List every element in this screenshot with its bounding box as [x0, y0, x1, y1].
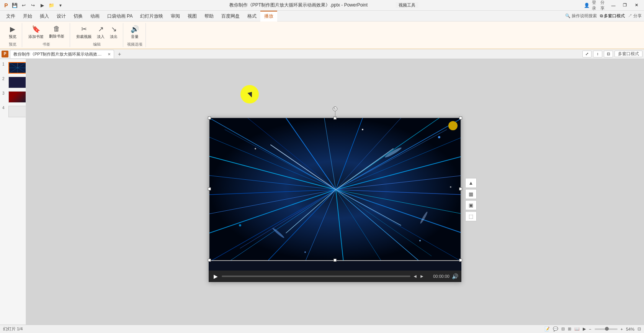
volume-btn[interactable]: 🔊 音量	[128, 23, 141, 41]
trim-video-btn[interactable]: ✂ 剪裁视频	[74, 23, 94, 41]
comments-btn[interactable]: 💬	[553, 326, 558, 331]
tab-review[interactable]: 审阅	[167, 11, 184, 21]
powerpoint-icon: P	[3, 2, 9, 8]
handle-top-left[interactable]	[208, 116, 211, 120]
svg-point-47	[255, 148, 256, 149]
document-tab[interactable]: 教你制作《PPT制作图片放大循环展示动画效果》.pptx ✕	[10, 50, 114, 58]
svg-point-50	[362, 129, 363, 130]
handle-mid-right[interactable]	[459, 187, 462, 190]
audio-group-label: 视频选项	[127, 42, 142, 47]
slide-preview-3[interactable]	[8, 91, 26, 103]
tab-transitions[interactable]: 切换	[70, 11, 87, 21]
next-frame-btn[interactable]: ►	[420, 274, 424, 279]
normal-view-btn[interactable]: ⊟	[561, 326, 565, 331]
tab-animations[interactable]: 动画	[87, 11, 103, 21]
zoom-out-btn[interactable]: −	[589, 327, 591, 331]
prev-frame-btn[interactable]: ◄	[413, 274, 417, 279]
multi-mode-tab-btn[interactable]: 多窗口模式	[615, 51, 642, 57]
share-btn[interactable]: 分享	[600, 2, 606, 8]
qa-redo[interactable]: ↪	[29, 2, 37, 9]
slide-sorter-btn[interactable]: ⊞	[568, 326, 571, 331]
handle-mid-left[interactable]	[208, 187, 211, 190]
canvas-area[interactable]: ↻ ▶ ◄ ► 00:00:00 🔊 ▲ ▦ ▣ ⬚	[26, 59, 644, 325]
remove-bookmark-btn[interactable]: 🗑 删除书签	[47, 23, 67, 41]
handle-bottom-right[interactable]	[459, 259, 462, 262]
tab-slideshow[interactable]: 幻灯片放映	[136, 11, 167, 21]
slide-preview-1[interactable]	[8, 62, 26, 74]
ribbon-commands: ▶ 预览 预览 🔖 添加书签 🗑 删除书签 书签 ✂ 剪裁视频 ↗	[0, 21, 644, 49]
video-container[interactable]: ↻	[209, 117, 461, 261]
rotate-handle[interactable]: ↻	[333, 107, 337, 111]
add-tab-btn[interactable]: +	[116, 50, 123, 58]
ribbon-group-edit: ✂ 剪裁视频 ↗ 淡入 ↘ 淡出 编辑	[71, 23, 123, 47]
slide-canvas[interactable]: ↻ ▶ ◄ ► 00:00:00 🔊 ▲ ▦ ▣ ⬚	[209, 117, 461, 282]
video-highlight-dot	[448, 121, 458, 130]
slide-preview-4[interactable]	[8, 106, 26, 117]
tab-pa[interactable]: 口袋动画 PA	[103, 11, 136, 21]
fit-page-btn[interactable]: ⊡	[637, 326, 641, 331]
ribbon-group-audiooptions: 🔊 音量 视频选项	[124, 23, 146, 47]
tab-file[interactable]: 文件	[2, 11, 19, 21]
notes-btn[interactable]: 📝	[544, 326, 550, 331]
video-tools-label: 视频工具	[396, 2, 418, 8]
reading-view-btn[interactable]: 📖	[574, 326, 580, 331]
cursor-arrow	[247, 92, 253, 98]
tab-home[interactable]: 开始	[19, 11, 36, 21]
slideshow-btn[interactable]: ▶	[583, 326, 586, 331]
search-operations[interactable]: 🔍 操作说明搜索	[565, 13, 597, 19]
user-icon[interactable]: 👤	[584, 2, 590, 8]
float-btn-2[interactable]: ▦	[465, 189, 477, 199]
video-volume-btn[interactable]: 🔊	[452, 273, 458, 279]
qa-present[interactable]: ▶	[38, 2, 46, 9]
handle-top-right[interactable]	[459, 116, 462, 120]
handle-bottom-left[interactable]	[208, 259, 211, 262]
tab-design[interactable]: 设计	[53, 11, 70, 21]
slide-thumb-3[interactable]: 3	[2, 90, 24, 103]
title-bar: P 💾 ↩ ↪ ▶ 📁 ▾ 教你制作《PPT制作图片放大循环展示动画效果》.pp…	[0, 0, 644, 11]
tab-help[interactable]: 帮助	[201, 11, 217, 21]
zoom-slider[interactable]	[595, 328, 618, 330]
slide-thumb-4[interactable]: 4	[2, 105, 24, 118]
fade-in-btn[interactable]: ↗ 淡入	[95, 23, 107, 41]
maximize-btn[interactable]: ❐	[620, 2, 629, 9]
fade-out-btn[interactable]: ↘ 淡出	[108, 23, 120, 41]
slide-preview-2[interactable]	[8, 77, 26, 88]
video-play-btn[interactable]: ▶	[212, 272, 219, 280]
zoom-in-btn[interactable]: +	[621, 327, 623, 331]
multi-mode-btn[interactable]: ⧉ 多窗口模式	[600, 13, 625, 19]
slide-info: 幻灯片 1/4	[3, 326, 23, 332]
preview-btn[interactable]: ▶ 预览	[7, 23, 19, 41]
tab-view[interactable]: 视图	[184, 11, 201, 21]
qa-more[interactable]: ▾	[57, 2, 64, 9]
share-ribbon-btn[interactable]: ↗ 分享	[628, 13, 642, 19]
qa-open[interactable]: 📁	[47, 2, 55, 9]
minimize-btn[interactable]: —	[609, 2, 618, 9]
fade-out-icon: ↘	[111, 25, 117, 33]
close-btn[interactable]: ✕	[632, 2, 641, 9]
float-btn-4[interactable]: ⬚	[465, 211, 477, 221]
slide-thumb-2[interactable]: 2	[2, 76, 24, 89]
tab-bar: P 教你制作《PPT制作图片放大循环展示动画效果》.pptx ✕ + ⤢ ↕ ⊡…	[0, 49, 644, 59]
fit-window-btn[interactable]: ⊡	[604, 51, 613, 57]
login-btn[interactable]: 登录	[592, 2, 598, 8]
float-btn-1[interactable]: ▲	[465, 178, 477, 188]
tab-insert[interactable]: 插入	[36, 11, 53, 21]
qa-undo[interactable]: ↩	[20, 2, 28, 9]
scroll-btn[interactable]: ↕	[593, 51, 602, 57]
tab-baidu[interactable]: 百度网盘	[217, 11, 244, 21]
zoom-slider-thumb[interactable]	[605, 327, 609, 331]
ribbon-group-bookmarks: 🔖 添加书签 🗑 删除书签 书签	[23, 23, 70, 47]
float-btn-3[interactable]: ▣	[465, 200, 477, 210]
tab-format[interactable]: 格式	[244, 11, 260, 21]
tab-playback[interactable]: 播放	[260, 11, 277, 21]
add-bookmark-btn[interactable]: 🔖 添加书签	[26, 23, 46, 41]
handle-bottom-mid[interactable]	[333, 259, 337, 262]
slide-thumb-1[interactable]: 1	[2, 61, 24, 74]
cursor-highlight	[240, 85, 259, 103]
fit-slide-btn[interactable]: ⤢	[582, 51, 592, 57]
qa-save[interactable]: 💾	[11, 2, 18, 9]
zoom-level: 54%	[626, 327, 634, 331]
doc-tab-close[interactable]: ✕	[108, 52, 111, 56]
video-progress-bar[interactable]	[222, 276, 410, 277]
ppt-icon: P	[2, 51, 8, 57]
